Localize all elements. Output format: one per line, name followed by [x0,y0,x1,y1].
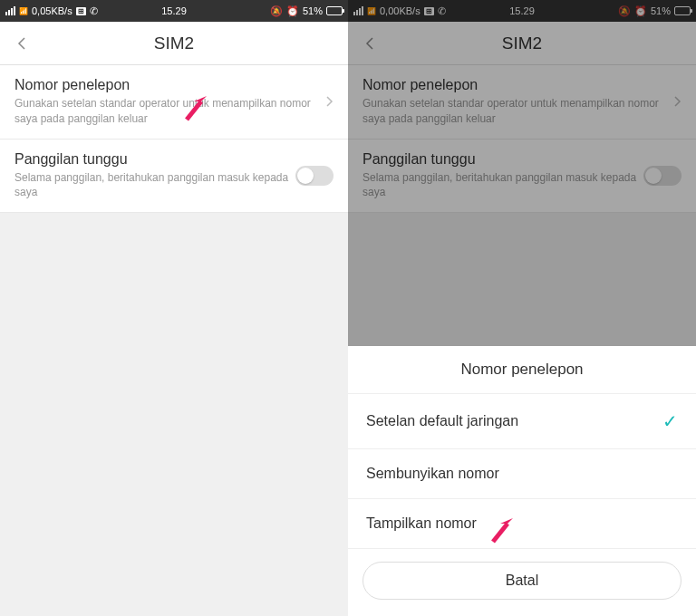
chevron-left-icon [14,36,29,51]
toggle-knob [297,168,314,184]
page-title: SIM2 [154,34,194,53]
option-label: Tampilkan nomor [366,515,477,532]
settings-content: Nomor penelepon Gunakan setelan standar … [0,65,348,213]
option-label: Setelan default jaringan [366,413,518,429]
caller-id-title: Nomor penelepon [14,77,324,93]
data-speed: 0,05KB/s [32,5,72,16]
sim-icon: 📶 [19,7,28,15]
call-waiting-title: Panggilan tunggu [14,151,295,168]
dialog-footer: Batal [348,549,696,616]
check-icon: ✓ [662,410,678,432]
screen-settings: 📶 0,05KB/s ⊞ ✆ 15.29 🔕 ⏰ 51% SIM2 Nomor … [0,0,348,616]
battery-icon [326,6,343,15]
silent-icon: 🔕 [270,5,283,17]
status-bar: 📶 0,05KB/s ⊞ ✆ 15.29 🔕 ⏰ 51% [0,0,348,22]
whatsapp-icon: ✆ [90,5,98,17]
cancel-button[interactable]: Batal [362,562,682,600]
option-hide-number[interactable]: Sembunyikan nomor [348,449,696,499]
caller-id-subtitle: Gunakan setelan standar operator untuk m… [14,96,324,127]
caller-id-dialog: Nomor penelepon Setelan default jaringan… [348,346,696,616]
call-waiting-toggle[interactable] [295,166,334,186]
battery-pct: 51% [303,5,323,16]
back-button[interactable] [9,31,34,56]
option-network-default[interactable]: Setelan default jaringan ✓ [348,394,696,449]
call-waiting-item[interactable]: Panggilan tunggu Selama panggilan, berit… [0,140,348,214]
bbm-icon: ⊞ [76,7,86,15]
option-show-number[interactable]: Tampilkan nomor [348,499,696,549]
dialog-title: Nomor penelepon [348,346,696,394]
chevron-right-icon [324,97,334,106]
signal-icon [5,6,15,15]
caller-id-item[interactable]: Nomor penelepon Gunakan setelan standar … [0,65,348,140]
alarm-icon: ⏰ [286,5,299,17]
clock: 15.29 [161,5,187,16]
cancel-label: Batal [506,573,538,589]
header: SIM2 [0,22,348,65]
screen-dialog: 📶 0,00KB/s ⊞ ✆ 15.29 🔕 ⏰ 51% SIM2 Nomor … [348,0,696,616]
call-waiting-subtitle: Selama panggilan, beritahukan panggilan … [14,170,295,201]
option-label: Sembunyikan nomor [366,466,499,482]
